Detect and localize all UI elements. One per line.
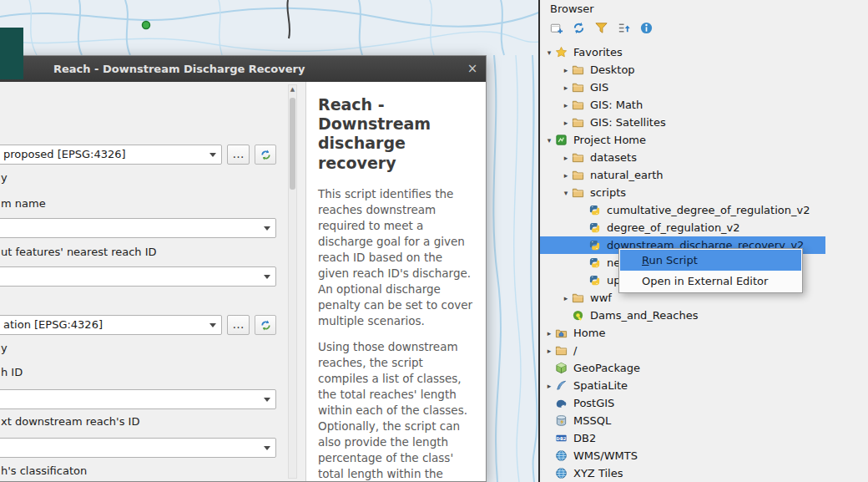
- tree-item-db2[interactable]: DB2DB2: [540, 429, 868, 447]
- expander-closed-icon[interactable]: ▸: [560, 101, 572, 109]
- expander-closed-icon[interactable]: ▸: [543, 329, 555, 337]
- station-layer-combo-value: ation [EPSG:4326]: [3, 318, 103, 331]
- iterate-layer-button[interactable]: [255, 145, 276, 165]
- tree-item-wms-wmts[interactable]: WMS/WMTS: [540, 447, 868, 464]
- param-label-nearest-reach: ut features' nearest reach ID: [1, 246, 157, 258]
- tree-item-label: GIS: [590, 81, 608, 94]
- python-icon: [588, 239, 603, 252]
- menu-item-open-external-editor[interactable]: Open in External Editor: [620, 271, 801, 292]
- tree-item-label: XYZ Tiles: [573, 467, 623, 479]
- tree-item-home[interactable]: ▸Home: [540, 324, 868, 342]
- tree-item-label: datasets: [590, 151, 637, 164]
- tree-item-postgis[interactable]: PostGIS: [540, 394, 868, 412]
- menu-item-run-script[interactable]: Run Script: [620, 250, 801, 271]
- browse-button[interactable]: …: [227, 145, 250, 165]
- expander-open-icon[interactable]: ▾: [560, 189, 572, 197]
- collapse-all-button[interactable]: [614, 18, 633, 38]
- expander-closed-icon[interactable]: ▸: [560, 66, 572, 74]
- qgis-icon: [572, 309, 587, 322]
- tree-item-label: Dams_and_Reaches: [590, 309, 698, 322]
- browser-panel-title: Browser: [550, 3, 594, 15]
- tree-item-label: PostGIS: [573, 397, 614, 409]
- column-name-combo[interactable]: [0, 218, 276, 238]
- param-label-reach-id: h ID: [1, 366, 23, 378]
- tree-item-spatialite[interactable]: ▸SpatiaLite: [540, 377, 868, 394]
- dialog-titlebar[interactable]: Reach - Downstream Discharge Recovery ×: [0, 56, 486, 82]
- tree-item-natural-earth[interactable]: ▸natural_earth: [540, 166, 868, 184]
- folder-icon: [572, 186, 587, 200]
- collapse-all-icon: [617, 21, 631, 35]
- expander-closed-icon[interactable]: ▸: [560, 171, 572, 180]
- help-panel: Reach - Downstream discharge recovery Th…: [305, 82, 486, 481]
- filter-browser-button[interactable]: [592, 18, 611, 38]
- properties-widget-icon: [639, 21, 654, 35]
- properties-widget-button[interactable]: [637, 18, 656, 38]
- tree-item-dams-and-reaches[interactable]: Dams_and_Reaches: [540, 307, 868, 324]
- mssql-icon: [555, 414, 570, 428]
- tree-item-gis-satellites[interactable]: ▸GIS: Satellites: [540, 114, 868, 131]
- reach-id-combo[interactable]: [0, 389, 276, 409]
- scrollbar-handle[interactable]: [290, 98, 295, 190]
- left-dock-edge: [0, 28, 23, 79]
- new-directory-icon: [549, 21, 563, 35]
- chevron-down-icon: [209, 323, 216, 327]
- tree-item-label: Favorites: [573, 46, 623, 58]
- scroll-up-icon[interactable]: ▲: [289, 86, 296, 93]
- expander-closed-icon[interactable]: ▸: [543, 347, 555, 355]
- tree-item-cumultative-degree-of-regulation-v2[interactable]: cumultative_degree_of_regulation_v2: [540, 201, 868, 219]
- tree-item-label: degree_of_regulation_v2: [607, 221, 740, 234]
- next-downstream-combo[interactable]: [0, 438, 276, 458]
- python-icon: [588, 256, 603, 270]
- folder-icon: [555, 344, 570, 358]
- tree-item-scripts[interactable]: ▾scripts: [540, 184, 868, 201]
- expander-closed-icon[interactable]: ▸: [543, 382, 555, 390]
- map-point-marker: [143, 22, 150, 29]
- nearest-reach-combo[interactable]: [0, 266, 276, 287]
- svg-text:DB2: DB2: [557, 436, 567, 441]
- expander-open-icon[interactable]: ▾: [543, 136, 555, 145]
- tree-item-desktop[interactable]: ▸Desktop: [540, 61, 868, 79]
- tree-item-[interactable]: ▸/: [540, 342, 868, 359]
- dialog-body: proposed [EPSG:4326] … y m name ut featu…: [0, 82, 486, 481]
- tree-item-label: MSSQL: [573, 414, 611, 427]
- tree-item-geopackage[interactable]: GeoPackage: [540, 359, 868, 377]
- tree-item-project-home[interactable]: ▾Project Home: [540, 131, 868, 149]
- tree-item-gis-math[interactable]: ▸GIS: Math: [540, 96, 868, 114]
- expander-closed-icon[interactable]: ▸: [560, 84, 572, 92]
- folder-icon: [572, 169, 587, 182]
- chevron-down-icon: [264, 226, 270, 231]
- python-icon: [588, 221, 603, 235]
- tree-item-label: SpatiaLite: [573, 379, 628, 392]
- expander-closed-icon[interactable]: ▸: [560, 294, 572, 302]
- tree-item-label: Desktop: [590, 63, 635, 76]
- tree-item-xyz-tiles[interactable]: XYZ Tiles: [540, 464, 868, 482]
- refresh-button[interactable]: [569, 18, 588, 38]
- expander-open-icon[interactable]: ▾: [543, 48, 555, 57]
- refresh-icon: [572, 21, 586, 35]
- station-layer-combo[interactable]: ation [EPSG:4326]: [0, 315, 222, 335]
- tree-item-degree-of-regulation-v2[interactable]: degree_of_regulation_v2: [540, 219, 868, 236]
- expander-closed-icon[interactable]: ▸: [560, 119, 572, 127]
- layer-combo[interactable]: proposed [EPSG:4326]: [0, 145, 222, 165]
- geopackage-icon: [555, 362, 570, 375]
- tree-item-datasets[interactable]: ▸datasets: [540, 149, 868, 166]
- home-icon: [555, 327, 570, 340]
- iterate-layer-button[interactable]: [255, 315, 276, 335]
- close-icon[interactable]: ×: [464, 56, 481, 82]
- folder-icon: [572, 151, 587, 165]
- wms-icon: [555, 449, 570, 463]
- expander-closed-icon[interactable]: ▸: [560, 154, 572, 162]
- parameters-form: proposed [EPSG:4326] … y m name ut featu…: [0, 82, 287, 481]
- dialog-title: Reach - Downstream Discharge Recovery: [53, 56, 305, 82]
- tree-item-label: /: [573, 344, 577, 357]
- tree-item-label: DB2: [573, 432, 596, 444]
- form-scrollbar[interactable]: ▲: [288, 84, 297, 479]
- tree-item-mssql[interactable]: MSSQL: [540, 412, 868, 429]
- tree-item-favorites[interactable]: ▾Favorites: [540, 43, 868, 61]
- new-directory-button[interactable]: [547, 18, 566, 38]
- tree-item-label: natural_earth: [590, 169, 664, 181]
- context-menu: Run Script Open in External Editor: [618, 248, 803, 293]
- tree-item-label: GIS: Math: [590, 99, 643, 111]
- tree-item-gis[interactable]: ▸GIS: [540, 79, 868, 96]
- browse-button[interactable]: …: [227, 315, 250, 335]
